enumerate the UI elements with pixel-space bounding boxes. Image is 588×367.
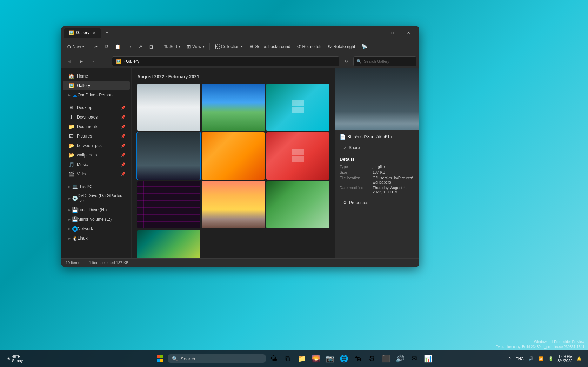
start-button[interactable]	[154, 352, 166, 365]
gallery-tab[interactable]: 🖼️ Gallery ✕	[64, 28, 101, 38]
view-dropdown-icon: ▾	[203, 45, 205, 48]
address-bar: ◀ ▶ ▾ ↑ 🖼️ › Gallery ↻ 🔍 Search Gallery	[61, 54, 419, 68]
photo-item-5[interactable]	[202, 132, 265, 180]
share-toolbar-button[interactable]: ↗	[135, 42, 145, 51]
photo-item-1[interactable]	[137, 84, 200, 131]
taskbar-wallpaper-button[interactable]: 🌄	[309, 352, 322, 365]
taskbar-audio-button[interactable]: 🔊	[394, 352, 406, 365]
sidebar-item-wallpapers[interactable]: 📂 wallpapers 📌	[63, 151, 130, 160]
sidebar-item-dvd-drive[interactable]: ▶ 💿 DVD Drive (D:) GParted-live	[63, 192, 130, 205]
refresh-button[interactable]: ↻	[341, 56, 351, 66]
taskbar-multitask-button[interactable]: ⧉	[281, 352, 294, 365]
collection-button[interactable]: 🖼 Collection ▾	[212, 42, 246, 51]
tab-close-button[interactable]: ✕	[92, 30, 96, 35]
taskbar-right: ^ ENG 🔊 📶 🔋 1:09 PM 8/4/2022 🔔	[502, 354, 588, 363]
sidebar-item-this-pc[interactable]: ▶ 💻 This PC	[63, 182, 130, 191]
sidebar-item-desktop[interactable]: 🖥 Desktop 📌	[63, 103, 130, 112]
paste-button[interactable]: 📋	[112, 42, 123, 51]
taskbar-explorer-button[interactable]: 📁	[295, 352, 308, 365]
minimize-button[interactable]: —	[368, 27, 384, 38]
preview-panel: 📄 8bf55c6d28bdf2d6b61b... ↗ Share Detail…	[335, 68, 419, 258]
sidebar-item-between-pcs[interactable]: 📂 between_pcs 📌	[63, 141, 130, 150]
photo-item-4[interactable]	[137, 132, 200, 180]
taskbar-edge-button[interactable]: 🌐	[338, 352, 350, 365]
close-button[interactable]: ✕	[400, 27, 416, 38]
back-button[interactable]: ◀	[64, 56, 74, 66]
sort-button[interactable]: ⇅ Sort ▾	[161, 42, 183, 51]
weather-desc: Sunny	[12, 359, 23, 363]
sidebar-item-linux[interactable]: ▶ 🐧 Linux	[63, 234, 130, 243]
svg-rect-8	[157, 355, 160, 358]
mirror-volume-expand-icon: ▶	[68, 218, 71, 221]
file-type-icon: 📄	[340, 134, 346, 140]
more-options-button[interactable]: ···	[371, 42, 381, 51]
new-tab-button[interactable]: +	[102, 28, 112, 38]
search-box[interactable]: 🔍 Search Gallery	[353, 56, 416, 66]
delete-button[interactable]: 🗑	[146, 42, 156, 51]
sidebar-item-local-drive[interactable]: ▶ 💾 Local Drive (H:)	[63, 205, 130, 214]
rotate-left-button[interactable]: ↺ Rotate left	[294, 42, 325, 51]
between-pcs-pin-icon: 📌	[121, 144, 126, 148]
notification-button[interactable]: 🔔	[575, 355, 584, 362]
address-input[interactable]: 🖼️ › Gallery	[112, 56, 339, 66]
copy-button[interactable]: ⧉	[102, 42, 111, 51]
sidebar-item-gallery[interactable]: 🖼️ Gallery	[63, 81, 130, 90]
sidebar-item-downloads[interactable]: ⬇ Downloads 📌	[63, 113, 130, 122]
sidebar-item-network[interactable]: ▶ 🌐 Network	[63, 224, 130, 233]
photo-item-8[interactable]	[202, 181, 265, 228]
pictures-icon: 🖼	[68, 133, 74, 139]
sidebar-item-pictures[interactable]: 🖼 Pictures 📌	[63, 132, 130, 141]
sidebar-videos-label: Videos	[77, 172, 89, 176]
photo-item-6[interactable]	[266, 132, 329, 180]
sidebar-item-mirror-volume[interactable]: ▶ 💾 Mirror Volume (E:)	[63, 215, 130, 224]
sidebar-item-documents[interactable]: 📁 Documents 📌	[63, 122, 130, 131]
tray-volume[interactable]: 🔊	[527, 355, 536, 362]
tray-battery[interactable]: 🔋	[546, 355, 555, 362]
win11-teal-logo	[291, 100, 305, 115]
forward-button[interactable]: ▶	[76, 56, 86, 66]
documents-pin-icon: 📌	[121, 125, 126, 129]
photo-item-10[interactable]	[137, 230, 200, 258]
sidebar-item-videos[interactable]: 🎬 Videos 📌	[63, 169, 130, 179]
dvd-expand-icon: ▶	[68, 197, 71, 200]
taskbar-search[interactable]: 🔍 Search	[168, 354, 266, 363]
up-button[interactable]: ↑	[100, 56, 110, 66]
move-to-button[interactable]: →	[124, 42, 135, 51]
cut-button[interactable]: ✂	[92, 42, 101, 51]
taskbar-appstore-button[interactable]: 🛍	[352, 352, 364, 365]
taskbar-terminal-button[interactable]: ⬛	[380, 352, 392, 365]
tray-lang[interactable]: ENG	[513, 355, 526, 362]
taskbar-camera-button[interactable]: 📷	[323, 352, 336, 365]
tray-network[interactable]: 📶	[536, 355, 546, 362]
view-button[interactable]: ⊞ View ▾	[184, 42, 207, 51]
recent-locations-button[interactable]: ▾	[88, 56, 98, 66]
set-background-button[interactable]: 🖥 Set as background	[246, 42, 293, 51]
pictures-pin-icon: 📌	[121, 134, 126, 139]
time-display[interactable]: 1:09 PM 8/4/2022	[557, 354, 573, 363]
new-button[interactable]: ⊕ New ▾	[64, 42, 87, 51]
sidebar-item-home[interactable]: 🏠 Home	[63, 72, 130, 81]
photo-item-7[interactable]	[137, 181, 200, 228]
taskbar-mail-button[interactable]: ✉	[408, 352, 420, 365]
taskbar-settings-button[interactable]: ⚙	[366, 352, 378, 365]
photo-item-2[interactable]	[202, 84, 265, 131]
taskbar-chart-button[interactable]: 📊	[422, 352, 434, 365]
cast-button[interactable]: 📡	[359, 42, 370, 51]
photo-item-9[interactable]	[266, 181, 329, 228]
properties-button[interactable]: ⚙ Properties	[340, 198, 415, 207]
win11-red-logo	[291, 148, 305, 164]
new-icon: ⊕	[67, 44, 71, 49]
share-button[interactable]: ↗ Share	[340, 143, 415, 152]
maximize-button[interactable]: □	[384, 27, 400, 38]
svg-rect-11	[160, 359, 163, 362]
sidebar-item-onedrive[interactable]: ▶ ☁ OneDrive - Personal	[63, 91, 130, 100]
type-label: Type	[340, 165, 371, 169]
weather-widget[interactable]: ☀ 48°F Sunny	[4, 354, 26, 363]
taskbar-widgets-button[interactable]: 🌤	[267, 352, 280, 365]
tray-expand[interactable]: ^	[507, 355, 513, 362]
sidebar-item-music[interactable]: 🎵 Music 📌	[63, 160, 130, 169]
rotate-right-button[interactable]: ↻ Rotate right	[325, 42, 358, 51]
sidebar-documents-label: Documents	[77, 124, 98, 129]
copy-icon: ⧉	[105, 44, 108, 49]
photo-item-3[interactable]	[266, 84, 329, 131]
